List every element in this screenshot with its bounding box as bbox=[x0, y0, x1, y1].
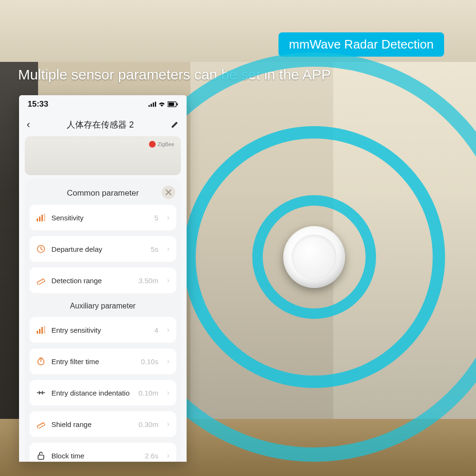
protocol-label: ZigBee bbox=[158, 141, 174, 147]
settings-sheet: Common parameter Sensitivity 5 › Departu… bbox=[25, 179, 181, 462]
chevron-right-icon: › bbox=[167, 451, 169, 460]
section-common-header: Common parameter bbox=[30, 187, 176, 205]
svg-rect-16 bbox=[44, 326, 45, 334]
row-label: Block time bbox=[51, 452, 139, 460]
row-sensitivity[interactable]: Sensitivity 5 › bbox=[30, 205, 176, 230]
row-value: 3.50m bbox=[139, 277, 159, 285]
chevron-right-icon: › bbox=[167, 326, 169, 334]
svg-rect-2 bbox=[153, 102, 154, 107]
close-button[interactable] bbox=[162, 186, 175, 199]
back-button[interactable]: ‹ bbox=[27, 119, 30, 131]
close-icon bbox=[166, 189, 171, 195]
battery-icon bbox=[168, 101, 178, 107]
status-time: 15:33 bbox=[28, 99, 48, 109]
row-value: 5s bbox=[151, 245, 159, 253]
chevron-right-icon: › bbox=[167, 276, 169, 285]
row-entry-filter-time[interactable]: Entry filter time 0.10s › bbox=[30, 348, 176, 374]
timer-icon bbox=[36, 357, 46, 366]
row-value: 0.10s bbox=[141, 357, 159, 366]
svg-rect-1 bbox=[150, 104, 152, 107]
row-value: 0.10m bbox=[139, 389, 159, 397]
row-departure-delay[interactable]: Departure delay 5s › bbox=[30, 236, 176, 262]
row-value: 4 bbox=[154, 326, 158, 334]
svg-rect-7 bbox=[37, 218, 38, 221]
row-value: 5 bbox=[154, 214, 158, 222]
nav-bar: ‹ 人体存在传感器 2 bbox=[19, 113, 187, 136]
clock-icon bbox=[36, 244, 46, 254]
bars-icon bbox=[36, 325, 46, 335]
row-value: 0.30m bbox=[139, 420, 159, 428]
svg-rect-12 bbox=[37, 278, 45, 285]
nav-title: 人体存在传感器 2 bbox=[67, 119, 134, 130]
signal-icon bbox=[149, 101, 156, 107]
svg-rect-8 bbox=[39, 217, 40, 221]
bars-icon bbox=[36, 213, 46, 222]
lock-icon bbox=[36, 451, 46, 460]
chevron-right-icon: › bbox=[167, 245, 169, 253]
chevron-right-icon: › bbox=[167, 388, 169, 397]
svg-rect-10 bbox=[44, 214, 45, 221]
shield-icon bbox=[36, 419, 46, 429]
svg-rect-15 bbox=[41, 327, 43, 334]
chevron-right-icon: › bbox=[167, 420, 169, 428]
ruler-icon bbox=[36, 276, 46, 285]
wifi-icon bbox=[158, 101, 166, 107]
chevron-right-icon: › bbox=[167, 213, 169, 222]
sensor-device bbox=[283, 226, 345, 288]
status-bar: 15:33 bbox=[19, 95, 187, 113]
edit-icon[interactable] bbox=[170, 120, 179, 129]
row-block-time[interactable]: Block time 2.6s › bbox=[30, 443, 176, 462]
zigbee-icon bbox=[149, 141, 156, 148]
device-hero-card: ZigBee bbox=[25, 136, 181, 175]
row-label: Entry sensitivity bbox=[51, 326, 149, 334]
row-value: 2.6s bbox=[145, 452, 158, 460]
row-entry-distance-indent[interactable]: Entry distance indentatio 0.10m › bbox=[30, 380, 176, 406]
indent-icon bbox=[36, 388, 46, 397]
row-entry-sensitivity[interactable]: Entry sensitivity 4 › bbox=[30, 317, 176, 343]
svg-rect-0 bbox=[149, 105, 150, 107]
chevron-right-icon: › bbox=[167, 357, 169, 366]
phone-mockup: 15:33 ‹ 人体存在传感器 2 ZigBee Common paramete… bbox=[19, 95, 187, 462]
svg-rect-14 bbox=[39, 329, 40, 334]
row-shield-range[interactable]: Shield range 0.30m › bbox=[30, 411, 176, 437]
row-label: Entry distance indentatio bbox=[51, 389, 133, 397]
svg-rect-9 bbox=[41, 215, 43, 221]
svg-rect-5 bbox=[169, 102, 174, 106]
section-aux-header: Auxiliary parameter bbox=[30, 299, 176, 317]
protocol-badge: ZigBee bbox=[149, 141, 174, 148]
section-common-title: Common parameter bbox=[67, 188, 139, 198]
row-label: Entry filter time bbox=[51, 357, 135, 366]
svg-rect-6 bbox=[177, 103, 178, 106]
row-label: Detection range bbox=[51, 277, 133, 285]
row-detection-range[interactable]: Detection range 3.50m › bbox=[30, 268, 176, 293]
row-label: Sensitivity bbox=[51, 214, 149, 222]
svg-rect-3 bbox=[155, 102, 156, 107]
svg-rect-19 bbox=[38, 455, 44, 459]
status-icons bbox=[149, 101, 178, 107]
row-label: Shield range bbox=[51, 420, 133, 428]
svg-rect-13 bbox=[37, 331, 38, 334]
svg-rect-18 bbox=[37, 422, 45, 428]
row-label: Departure delay bbox=[51, 245, 145, 253]
